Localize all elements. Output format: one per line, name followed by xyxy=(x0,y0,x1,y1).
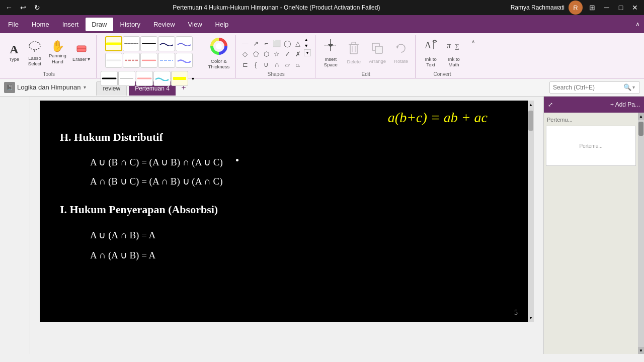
pen-swatch-blue-wave[interactable] xyxy=(158,36,175,51)
shape-brace[interactable]: { xyxy=(251,59,261,69)
scroll-up-button[interactable]: ▲ xyxy=(528,101,534,109)
collapse-ribbon-button[interactable]: ∧ xyxy=(469,37,477,45)
expand-icon-area: ⤢ xyxy=(548,101,553,108)
svg-rect-2 xyxy=(77,48,86,49)
taskview-button[interactable]: ⊞ xyxy=(587,2,598,13)
pen-swatch-white[interactable] xyxy=(105,53,122,68)
pen-swatch-yellow2[interactable] xyxy=(171,71,188,86)
svg-text:A: A xyxy=(425,40,431,50)
right-panel-header: ⤢ + Add Pa... xyxy=(544,97,644,113)
insert-space-button[interactable]: InsertSpace xyxy=(319,35,342,77)
expand-icon[interactable]: ⤢ xyxy=(548,101,553,108)
pen-swatch-purple-wave[interactable] xyxy=(176,36,193,51)
pen-swatch-indigo-wave[interactable] xyxy=(176,53,193,68)
pen-dropdown-button[interactable]: ▾ xyxy=(189,71,198,86)
color-thickness-button[interactable]: Color &Thickness xyxy=(205,35,233,79)
pen-swatch-rose-dash[interactable] xyxy=(123,53,140,68)
back-button[interactable]: ← xyxy=(4,3,14,13)
menu-view[interactable]: View xyxy=(182,18,208,31)
pen-swatch-pink[interactable] xyxy=(140,53,157,68)
panning-hand-button[interactable]: ✋ PanningHand xyxy=(46,39,69,66)
lasso-select-button[interactable]: LassoSelect xyxy=(24,37,45,68)
search-dropdown[interactable]: ▾ xyxy=(632,84,635,90)
shape-line[interactable]: — xyxy=(240,38,250,48)
eraser-icon xyxy=(75,43,88,55)
ribbon-collapse-button[interactable]: ∧ xyxy=(633,20,642,29)
pen-swatch-yellow[interactable] xyxy=(105,36,122,51)
shape-star[interactable]: ☆ xyxy=(272,49,282,59)
maximize-button[interactable]: □ xyxy=(616,3,626,13)
rotate-icon xyxy=(394,41,408,57)
right-scroll-thumb[interactable] xyxy=(638,122,643,136)
menu-draw[interactable]: Draw xyxy=(86,18,113,31)
shapes-scroll-down[interactable]: ▼ xyxy=(304,43,312,48)
shape-circle[interactable]: ◯ xyxy=(282,38,292,48)
shape-parallelogram[interactable]: ▱ xyxy=(282,59,292,69)
menu-review[interactable]: Review xyxy=(147,18,181,31)
page-thumbnail-1[interactable]: Pertemu... xyxy=(546,126,636,166)
shape-cap[interactable]: ∩ xyxy=(272,59,282,69)
shape-check[interactable]: ✓ xyxy=(282,49,292,59)
search-input[interactable] xyxy=(553,84,623,91)
delete-icon xyxy=(347,41,361,58)
eraser-button[interactable]: Eraser ▾ xyxy=(70,41,93,63)
type-button[interactable]: A Type xyxy=(5,42,23,63)
shape-curve[interactable]: ∪ xyxy=(261,59,271,69)
pen-swatch-light-gray[interactable] xyxy=(118,71,135,86)
arrange-button[interactable]: Arrange xyxy=(366,39,389,73)
menubar: File Home Insert Draw History Review Vie… xyxy=(0,15,644,33)
menu-file[interactable]: File xyxy=(2,18,25,31)
pen-swatch-black[interactable] xyxy=(140,36,157,51)
svg-rect-23 xyxy=(352,42,356,44)
menu-home[interactable]: Home xyxy=(26,18,55,31)
ink-to-math-button[interactable]: π ∑ Ink toMath xyxy=(443,35,465,77)
edit-row: InsertSpace Delete xyxy=(319,35,412,85)
right-scroll-up[interactable]: ▲ xyxy=(638,113,644,120)
scroll-down-button[interactable]: ▼ xyxy=(528,314,534,322)
eraser-label: Eraser ▾ xyxy=(72,56,91,62)
delete-button[interactable]: Delete xyxy=(343,39,365,73)
right-panel-content: Pertemu... Pertemu... xyxy=(544,113,638,354)
pen-swatch-teal[interactable] xyxy=(153,71,171,86)
shapes-scroll-up[interactable]: ▲ xyxy=(304,37,312,42)
ribbon-group-convert: A Ink toText π ∑ Ink toMath Convert xyxy=(417,35,468,78)
add-page-label[interactable]: + Add Pa... xyxy=(610,101,640,108)
search-icon[interactable]: 🔍 xyxy=(623,83,631,91)
shape-arrow[interactable]: ↗ xyxy=(251,38,261,48)
shape-pentagon[interactable]: ⬠ xyxy=(251,49,261,59)
notebook-arrow: ▾ xyxy=(84,84,86,90)
shape-diamond[interactable]: ◇ xyxy=(240,49,250,59)
color-row: Color &Thickness xyxy=(205,35,233,87)
ink-to-text-button[interactable]: A Ink toText xyxy=(420,35,442,77)
shape-triangle[interactable]: △ xyxy=(293,38,303,48)
svg-rect-27 xyxy=(375,46,382,53)
vertical-scrollbar[interactable]: ▲ ▼ xyxy=(528,101,534,322)
shapes-dropdown[interactable]: ▾ xyxy=(304,49,311,56)
svg-point-0 xyxy=(29,42,40,50)
pen-swatch-salmon[interactable] xyxy=(136,71,153,86)
shape-angle[interactable]: ⌐ xyxy=(261,38,271,48)
shape-rect[interactable]: ⬜ xyxy=(272,38,282,48)
pen-swatch-black2[interactable] xyxy=(101,71,118,86)
shape-bracket[interactable]: ⊏ xyxy=(240,59,250,69)
rotate-button[interactable]: Rotate xyxy=(390,39,412,73)
shape-cross[interactable]: ✗ xyxy=(293,49,303,59)
pen-swatch-gray-dash[interactable] xyxy=(123,36,140,51)
menu-history[interactable]: History xyxy=(114,18,146,31)
minimize-button[interactable]: ─ xyxy=(602,3,612,13)
shapes-scroll: ▲ ▼ ▾ xyxy=(304,36,312,56)
arrange-icon xyxy=(370,41,384,57)
redo-button[interactable]: ↻ xyxy=(32,3,42,13)
lasso-label: LassoSelect xyxy=(28,55,41,67)
edit-group-label: Edit xyxy=(316,71,415,77)
menu-help[interactable]: Help xyxy=(209,18,235,31)
shape-hexagon[interactable]: ⬡ xyxy=(261,49,271,59)
close-button[interactable]: ✕ xyxy=(630,3,640,13)
menu-insert[interactable]: Insert xyxy=(56,18,85,31)
undo-button[interactable]: ↩ xyxy=(18,3,28,13)
shape-trapezoid[interactable]: ⏢ xyxy=(293,59,303,69)
right-scroll-down[interactable]: ▼ xyxy=(638,347,644,354)
panning-label: PanningHand xyxy=(49,53,66,64)
pen-swatch-blue-dash[interactable] xyxy=(158,53,175,68)
scroll-thumb[interactable] xyxy=(528,111,533,131)
